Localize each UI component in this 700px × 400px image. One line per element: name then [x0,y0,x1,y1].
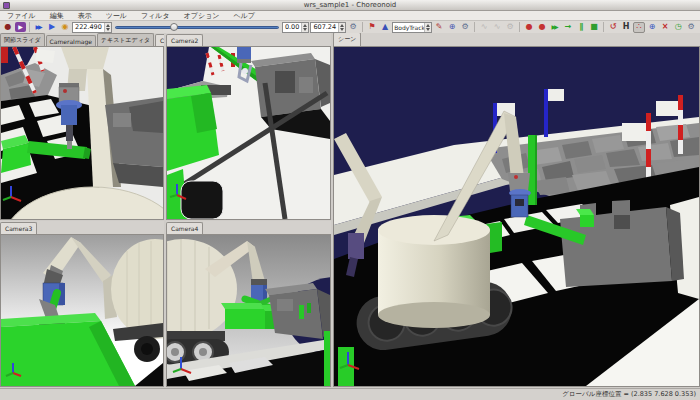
gray-blocks [265,283,330,339]
time-max-arrows[interactable] [338,23,345,32]
camera4-viewport[interactable] [166,234,331,387]
tab-joint-slider[interactable]: 関節スライダ [0,33,45,46]
camera2-viewport[interactable] [166,46,331,220]
start-simulation-icon[interactable]: ▶▶ [549,22,561,33]
timebar-config-icon[interactable]: ⚙ [347,22,359,33]
first-person-icon[interactable]: ▲ [379,22,391,33]
camera-combo-arrows[interactable] [424,23,431,32]
graph-line-icon: ∿ [478,22,490,33]
green-edge-strip [324,331,330,386]
world-collision-icon[interactable]: ⊕ [646,22,658,33]
time-slider-groove [115,26,279,29]
camera-combo-value: BodyTrackin [393,24,424,31]
menu-options[interactable]: オプション [177,11,227,21]
collision-detection-icon[interactable]: ↺ [607,22,619,33]
tab-camera-view[interactable]: CameraView [155,34,164,46]
track-shoe [181,181,223,219]
edit-toggle-icon[interactable]: ⚑ [366,22,378,33]
time-spinbox[interactable]: 222.490 [72,22,112,33]
title-bar: wrs_sample1 - Choreonoid [0,0,700,11]
graph-velocity-icon: ∿ [491,22,503,33]
tabbar-top-right: Camera2 [166,33,331,46]
stop-simulation-icon[interactable]: ■ [588,22,600,33]
media-play-icon[interactable]: ▶ [15,22,26,32]
menu-file[interactable]: ファイル [0,11,43,21]
window-title: wrs_sample1 - Choreonoid [304,1,397,9]
pane-bottom-left: Camera3 [0,221,164,387]
penetration-block-icon[interactable]: × [659,22,671,33]
menu-filter[interactable]: フィルタ [134,11,177,21]
tab-camera3[interactable]: Camera3 [0,222,37,234]
time-slider-handle[interactable] [170,23,178,31]
time-min-arrows[interactable] [301,23,308,32]
time-max-spinbox[interactable]: 607.24 [310,22,346,33]
grasp-hand-icon[interactable]: ● [2,22,14,33]
status-bar: グローバル座標位置 = (2.835 7.628 0.353) [0,388,700,400]
menu-help[interactable]: ヘルプ [226,11,262,21]
excavator-body [378,215,490,328]
play-animation-icon[interactable]: ▶ [46,22,58,33]
time-min-spinbox[interactable]: 0.00 [282,22,309,33]
resume-simulation-icon[interactable]: → [562,22,574,33]
tabbar-scene: シーン [333,33,700,46]
time-spin-arrows[interactable] [104,23,111,32]
scene-viewport[interactable] [333,46,700,387]
cameraview-3d-render [1,47,163,219]
time-value: 222.490 [73,23,104,31]
tab-camera-image[interactable]: CameraImage [46,35,96,46]
time-slider[interactable] [113,22,281,33]
camera3-3d-render [1,235,163,386]
restore-initial-state-icon[interactable]: ● [536,22,548,33]
pane-bottom-right: Camera4 [166,221,331,387]
menu-edit[interactable]: 編集 [43,11,71,21]
scene-config-icon[interactable]: ⚙ [459,22,471,33]
scene-edit-icon[interactable]: ✎ [433,22,445,33]
tabbar-bottom-left: Camera3 [0,221,164,234]
wireframe-globe-icon[interactable]: ⊕ [446,22,458,33]
fast-forward-icon[interactable]: ▶▶ [33,22,45,33]
graph-config-icon: ⚙ [504,22,516,33]
collision-points-icon[interactable]: ∴ [633,22,645,33]
camera3-viewport[interactable] [0,234,164,387]
menu-bar: ファイル 編集 表示 ツール フィルタ オプション ヘルプ [0,11,700,21]
pane-top-right: Camera2 [166,33,331,220]
tabbar-top-left: 関節スライダ CameraImage テキストエディタ CameraView [0,33,164,46]
menu-tools[interactable]: ツール [99,11,134,21]
camera2-3d-render [167,47,330,219]
camera4-3d-render [167,235,330,386]
tab-scene[interactable]: シーン [333,33,361,46]
tab-text-editor[interactable]: テキストエディタ [97,33,154,46]
gripper [508,173,531,217]
tab-camera4[interactable]: Camera4 [166,222,203,234]
camera-combo[interactable]: BodyTrackin [392,22,432,33]
time-max-value: 607.24 [311,23,338,31]
tab-camera2[interactable]: Camera2 [166,34,203,46]
cameraview-viewport[interactable] [0,46,164,220]
time-min-value: 0.00 [283,23,301,31]
menu-view[interactable]: 表示 [71,11,99,21]
joint-mode-icon[interactable]: H [620,22,632,33]
pane-scene: シーン [333,33,700,387]
global-coordinate-readout: グローバル座標位置 = (2.835 7.628 0.353) [562,390,696,399]
pause-simulation-icon[interactable]: ∥ [575,22,587,33]
tabbar-bottom-right: Camera4 [166,221,331,234]
store-initial-state-icon[interactable]: ● [523,22,535,33]
window-icon [3,2,10,9]
pane-top-left: 関節スライダ CameraImage テキストエディタ CameraView [0,33,164,220]
scene-3d-render [334,47,699,386]
kinematics-config-icon[interactable]: ⚙ [685,22,697,33]
fk-timer-icon[interactable]: ◷ [672,22,684,33]
realtime-sync-icon[interactable]: ◉ [59,22,71,33]
